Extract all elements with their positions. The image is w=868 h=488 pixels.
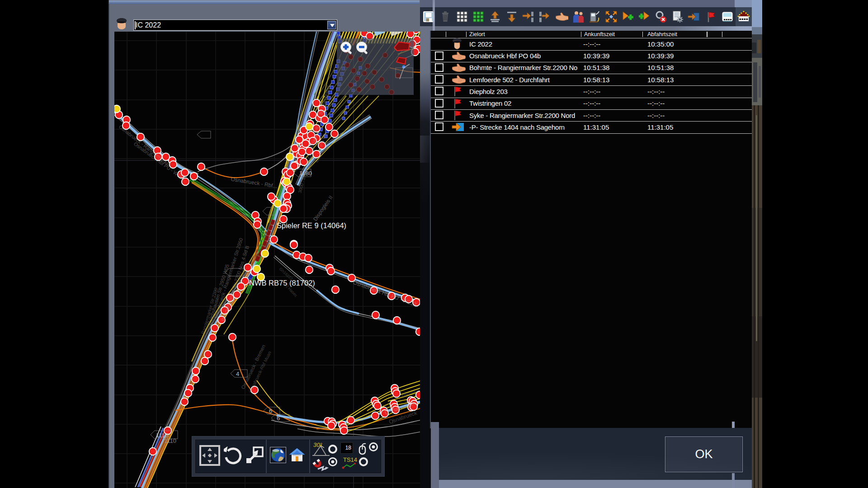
svg-text:4: 4 xyxy=(236,371,239,377)
svg-text:TS14: TS14 xyxy=(343,456,357,463)
svg-text:Osnabrueck - Rbf...: Osnabrueck - Rbf... xyxy=(231,176,278,189)
svg-text:Osnabrueck Hbf PU - W222: Osnabrueck Hbf PU - W222 xyxy=(352,279,418,308)
svg-text:1110: 1110 xyxy=(164,437,176,444)
svg-text:Spieler RE 9 (14064): Spieler RE 9 (14064) xyxy=(277,221,346,230)
svg-text:NWB RB75 (81702): NWB RB75 (81702) xyxy=(249,279,315,287)
svg-text:6: 6 xyxy=(269,408,272,414)
svg-text:el ...: el ... xyxy=(315,32,325,33)
svg-text:6: 6 xyxy=(277,415,280,422)
